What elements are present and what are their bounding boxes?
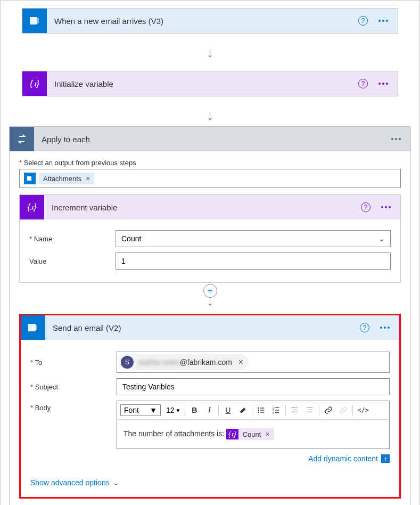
avatar: S bbox=[121, 356, 134, 369]
recipient-chip[interactable]: S sophia.owen@fabrikam.com × bbox=[119, 354, 249, 370]
svg-point-9 bbox=[258, 412, 260, 413]
select-output-input[interactable]: Attachments × bbox=[19, 169, 401, 188]
remove-token-icon[interactable]: × bbox=[265, 430, 269, 438]
help-icon[interactable]: ? bbox=[360, 323, 369, 332]
chevron-down-icon: ⌄ bbox=[113, 478, 119, 487]
svg-rect-19 bbox=[292, 412, 298, 412]
caret-down-icon: ▼ bbox=[150, 406, 157, 414]
variable-icon: {𝑥} bbox=[20, 195, 44, 219]
unlink-button[interactable] bbox=[336, 403, 350, 417]
more-menu[interactable] bbox=[378, 324, 392, 331]
attachments-token[interactable]: Attachments × bbox=[24, 173, 94, 184]
loop-icon bbox=[10, 127, 34, 151]
init-var-title: Initialize variable bbox=[47, 79, 358, 88]
to-input[interactable]: S sophia.owen@fabrikam.com × bbox=[117, 352, 390, 373]
outlook-icon bbox=[22, 9, 47, 33]
value-input[interactable]: 1 bbox=[116, 252, 391, 270]
increment-variable-card: {𝑥} Increment variable ? * Name Count ⌄ bbox=[19, 194, 401, 283]
token-label: Attachments bbox=[43, 175, 81, 183]
more-menu[interactable] bbox=[376, 18, 390, 24]
chevron-down-icon: ⌄ bbox=[378, 234, 385, 243]
add-dynamic-content-link[interactable]: Add dynamic content bbox=[308, 454, 378, 463]
bullet-list-button[interactable] bbox=[254, 403, 268, 417]
svg-rect-20 bbox=[307, 408, 313, 408]
value-label: Value bbox=[29, 257, 109, 265]
svg-point-7 bbox=[258, 410, 260, 411]
more-menu[interactable] bbox=[376, 80, 390, 87]
font-select[interactable]: Font▼ bbox=[120, 404, 161, 416]
rich-text-toolbar: Font▼ 12▼ B I U bbox=[117, 401, 389, 420]
increment-header[interactable]: {𝑥} Increment variable ? bbox=[20, 195, 400, 219]
svg-rect-17 bbox=[292, 408, 298, 408]
svg-rect-21 bbox=[309, 410, 313, 410]
send-email-header[interactable]: Send an email (V2) ? bbox=[21, 315, 399, 340]
svg-text:3: 3 bbox=[273, 412, 274, 414]
name-label: * Name bbox=[29, 235, 109, 243]
indent-button[interactable] bbox=[303, 403, 317, 417]
svg-rect-16 bbox=[275, 412, 279, 413]
trigger-card[interactable]: When a new email arrives (V3) ? bbox=[22, 8, 398, 34]
italic-button[interactable]: I bbox=[202, 403, 216, 417]
send-email-title: Send an email (V2) bbox=[45, 323, 360, 332]
subject-label: * Subject bbox=[30, 383, 110, 391]
bold-button[interactable]: B bbox=[187, 403, 201, 417]
add-step-button[interactable]: + bbox=[203, 284, 217, 298]
caret-down-icon: ▼ bbox=[175, 408, 180, 413]
outlook-token-icon bbox=[24, 173, 36, 184]
name-select[interactable]: Count ⌄ bbox=[116, 230, 391, 247]
select-output-label: * Select an output from previous steps bbox=[19, 159, 401, 167]
svg-rect-10 bbox=[260, 412, 265, 412]
remove-token-icon[interactable]: × bbox=[86, 174, 90, 183]
more-menu[interactable] bbox=[379, 204, 393, 210]
font-size-select[interactable]: 12▼ bbox=[164, 406, 183, 414]
svg-rect-1 bbox=[34, 18, 39, 23]
add-dynamic-content-button[interactable]: + bbox=[381, 454, 390, 463]
svg-rect-2 bbox=[27, 176, 31, 181]
highlight-button[interactable] bbox=[236, 403, 250, 417]
apply-to-each-card: Apply to each * Select an output from pr… bbox=[9, 126, 411, 505]
arrow-down-icon: ↓ bbox=[1, 41, 419, 63]
svg-rect-4 bbox=[32, 325, 37, 330]
subject-input[interactable]: Testing Varibles bbox=[117, 378, 390, 395]
send-email-card: Send an email (V2) ? * To S sophia.owen@… bbox=[19, 314, 401, 499]
variable-icon: {𝑥} bbox=[22, 71, 47, 96]
code-view-button[interactable]: </> bbox=[355, 403, 371, 417]
svg-rect-8 bbox=[260, 410, 265, 410]
svg-rect-22 bbox=[307, 412, 313, 412]
more-menu[interactable] bbox=[389, 136, 403, 142]
svg-rect-14 bbox=[275, 410, 279, 410]
apply-title: Apply to each bbox=[34, 135, 389, 144]
increment-title: Increment variable bbox=[44, 203, 361, 212]
body-content[interactable]: The number of attachments is: {𝑥} Count … bbox=[117, 420, 389, 449]
underline-button[interactable]: U bbox=[221, 403, 235, 417]
link-button[interactable] bbox=[322, 403, 335, 417]
number-list-button[interactable]: 123 bbox=[269, 403, 283, 417]
body-label: * Body bbox=[30, 401, 110, 412]
trigger-title: When a new email arrives (V3) bbox=[47, 17, 358, 26]
count-variable-token[interactable]: {𝑥} Count × bbox=[226, 428, 274, 440]
help-icon[interactable]: ? bbox=[361, 202, 370, 212]
arrow-down-icon: ↓ bbox=[1, 104, 419, 126]
init-variable-card[interactable]: {𝑥} Initialize variable ? bbox=[22, 71, 398, 96]
to-label: * To bbox=[30, 359, 110, 366]
help-icon[interactable]: ? bbox=[358, 16, 368, 26]
remove-recipient-icon[interactable]: × bbox=[236, 357, 243, 367]
outlook-icon bbox=[21, 315, 45, 340]
outdent-button[interactable] bbox=[288, 403, 302, 417]
svg-point-5 bbox=[258, 408, 260, 409]
apply-header[interactable]: Apply to each bbox=[10, 127, 410, 151]
variable-token-icon: {𝑥} bbox=[226, 429, 238, 439]
help-icon[interactable]: ? bbox=[358, 79, 368, 88]
show-advanced-options-link[interactable]: Show advanced options ⌄ bbox=[30, 478, 119, 487]
svg-rect-12 bbox=[275, 408, 279, 408]
svg-rect-6 bbox=[260, 408, 265, 408]
svg-rect-18 bbox=[294, 410, 298, 410]
body-editor[interactable]: Font▼ 12▼ B I U bbox=[117, 401, 390, 449]
